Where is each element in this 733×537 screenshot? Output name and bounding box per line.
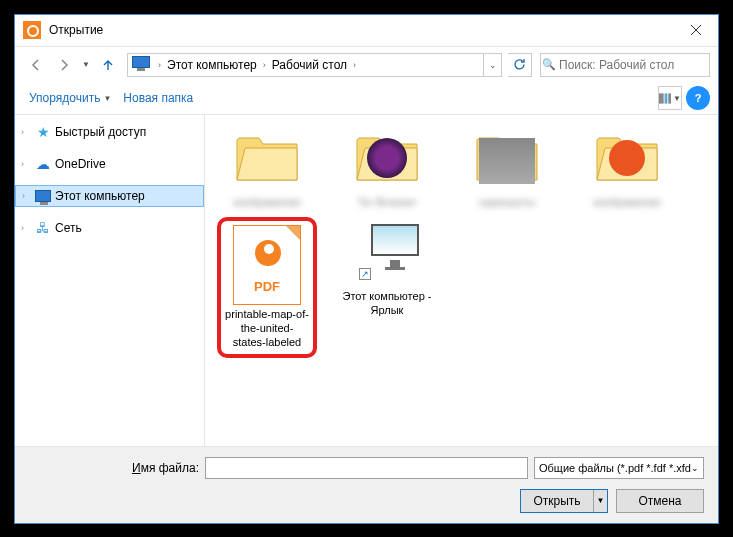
chevron-right-icon: › xyxy=(21,223,24,233)
pc-shortcut-icon: ↗ xyxy=(347,217,427,287)
svg-rect-1 xyxy=(665,93,668,103)
search-icon: 🔍 xyxy=(541,58,557,71)
sidebar-item-network[interactable]: › 🖧 Сеть xyxy=(15,217,204,239)
chevron-right-icon: › xyxy=(259,60,270,70)
monitor-icon xyxy=(35,188,51,204)
folder-label: изображения xyxy=(577,195,677,209)
folder-label: скриншоты xyxy=(457,195,557,209)
sidebar-label: Сеть xyxy=(55,221,82,235)
view-icon xyxy=(659,93,671,104)
network-icon: 🖧 xyxy=(35,220,51,236)
chevron-down-icon: ▼ xyxy=(103,94,111,103)
app-icon xyxy=(23,21,41,39)
help-button[interactable]: ? xyxy=(686,86,710,110)
file-list: изображения Tor Browser скриншоты xyxy=(205,115,718,446)
nav-bar: ▼ › Этот компьютер › Рабочий стол › ⌄ 🔍 xyxy=(15,47,718,83)
search-input[interactable] xyxy=(557,58,709,72)
folder-item[interactable]: изображения xyxy=(577,123,677,209)
svg-rect-2 xyxy=(668,93,671,103)
file-type-filter[interactable]: Общие файлы (*.pdf *.fdf *.xfd ⌄ xyxy=(534,457,704,479)
sidebar-label: OneDrive xyxy=(55,157,106,171)
folder-icon xyxy=(347,123,427,193)
nav-up-button[interactable] xyxy=(95,52,121,78)
open-button[interactable]: Открыть ▼ xyxy=(520,489,608,513)
filter-label: Общие файлы (*.pdf *.fdf *.xfd xyxy=(539,462,691,474)
chevron-right-icon: › xyxy=(154,60,165,70)
chevron-down-icon: ⌄ xyxy=(691,463,699,473)
photo-thumb xyxy=(479,138,535,184)
folder-icon xyxy=(227,123,307,193)
refresh-icon xyxy=(513,58,526,71)
svg-rect-0 xyxy=(659,93,664,103)
chevron-right-icon: › xyxy=(21,127,24,137)
nav-forward-button[interactable] xyxy=(51,52,77,78)
pdf-file-label: printable-map-of-the-united-states-label… xyxy=(225,307,309,350)
shortcut-label: Этот компьютер - Ярлык xyxy=(337,289,437,318)
sidebar: › ★ Быстрый доступ › ☁ OneDrive › Этот к… xyxy=(15,115,205,446)
breadcrumb-folder[interactable]: Рабочий стол xyxy=(270,58,349,72)
refresh-button[interactable] xyxy=(508,53,532,77)
chevron-down-icon: ▼ xyxy=(673,94,681,103)
folder-item[interactable]: Tor Browser xyxy=(337,123,437,209)
organize-label: Упорядочить xyxy=(29,91,100,105)
breadcrumb-root[interactable]: Этот компьютер xyxy=(165,58,259,72)
folder-label: изображения xyxy=(217,195,317,209)
open-dialog: Открытие ▼ › Этот компьютер › Рабочий ст… xyxy=(14,14,719,524)
star-icon: ★ xyxy=(35,124,51,140)
shortcut-arrow-icon: ↗ xyxy=(359,268,371,280)
view-options-button[interactable]: ▼ xyxy=(658,86,682,110)
close-icon xyxy=(691,25,701,35)
folder-icon xyxy=(587,123,667,193)
toolbar: Упорядочить ▼ Новая папка ▼ ? xyxy=(15,83,718,115)
sidebar-item-onedrive[interactable]: › ☁ OneDrive xyxy=(15,153,204,175)
arrow-up-icon xyxy=(101,58,115,72)
cancel-button[interactable]: Отмена xyxy=(616,489,704,513)
folder-item[interactable]: изображения xyxy=(217,123,317,209)
search-box[interactable]: 🔍 xyxy=(540,53,710,77)
filename-input[interactable] xyxy=(205,457,528,479)
chevron-down-icon: ▼ xyxy=(593,490,607,512)
arrow-left-icon xyxy=(29,58,43,72)
folder-item[interactable]: скриншоты xyxy=(457,123,557,209)
sidebar-item-quick-access[interactable]: › ★ Быстрый доступ xyxy=(15,121,204,143)
sidebar-label: Этот компьютер xyxy=(55,189,145,203)
pdf-icon: PDF xyxy=(233,225,301,305)
organize-menu[interactable]: Упорядочить ▼ xyxy=(23,87,117,109)
filename-row: Имя файла: Общие файлы (*.pdf *.fdf *.xf… xyxy=(29,457,704,479)
footer: Имя файла: Общие файлы (*.pdf *.fdf *.xf… xyxy=(15,446,718,523)
shortcut-item[interactable]: ↗ Этот компьютер - Ярлык xyxy=(337,217,437,358)
tor-icon xyxy=(367,138,407,178)
pdf-file-item[interactable]: PDF printable-map-of-the-united-states-l… xyxy=(217,217,317,358)
breadcrumb-dropdown[interactable]: ⌄ xyxy=(483,54,501,76)
breadcrumb[interactable]: › Этот компьютер › Рабочий стол › ⌄ xyxy=(127,53,502,77)
nav-history-dropdown[interactable]: ▼ xyxy=(79,60,93,69)
this-pc-icon xyxy=(130,54,152,76)
filename-label: Имя файла: xyxy=(29,461,199,475)
chevron-right-icon: › xyxy=(21,159,24,169)
folder-icon xyxy=(467,123,547,193)
arrow-right-icon xyxy=(57,58,71,72)
folder-label: Tor Browser xyxy=(337,195,437,209)
titlebar: Открытие xyxy=(15,15,718,47)
new-folder-button[interactable]: Новая папка xyxy=(117,87,199,109)
nav-back-button[interactable] xyxy=(23,52,49,78)
body-area: › ★ Быстрый доступ › ☁ OneDrive › Этот к… xyxy=(15,115,718,446)
chevron-right-icon: › xyxy=(22,191,25,201)
button-row: Открыть ▼ Отмена xyxy=(29,489,704,513)
window-title: Открытие xyxy=(49,23,673,37)
new-folder-label: Новая папка xyxy=(123,91,193,105)
sidebar-label: Быстрый доступ xyxy=(55,125,146,139)
sidebar-item-this-pc[interactable]: › Этот компьютер xyxy=(15,185,204,207)
open-label: Открыть xyxy=(521,494,593,508)
pdf-badge: PDF xyxy=(234,279,300,294)
cloud-icon: ☁ xyxy=(35,156,51,172)
ubuntu-icon xyxy=(609,140,645,176)
chevron-right-icon: › xyxy=(349,60,360,70)
close-button[interactable] xyxy=(673,14,718,46)
